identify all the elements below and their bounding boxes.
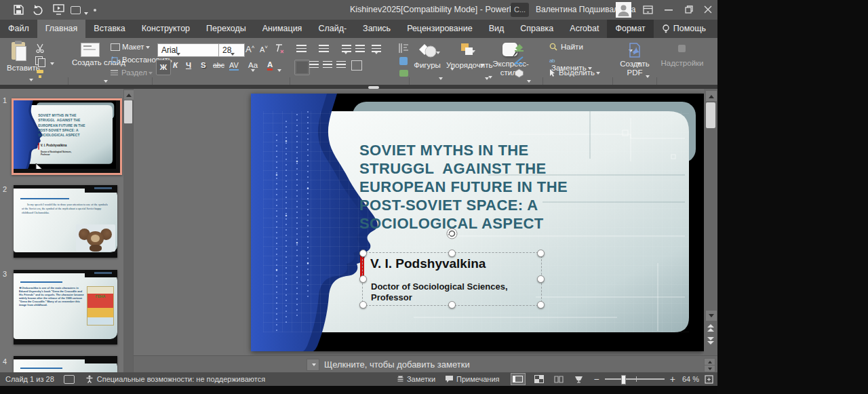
account-avatar[interactable] [616, 2, 631, 18]
find-button[interactable]: Найти [549, 43, 583, 51]
section-button[interactable]: Раздел [111, 68, 153, 77]
tab-acrobat[interactable]: Acrobat [561, 20, 607, 38]
addins-button[interactable]: Надстройки [659, 59, 705, 67]
help-button[interactable]: Помощь [654, 20, 714, 38]
slide-scrollbar[interactable] [704, 89, 717, 355]
tab-slideshow[interactable]: Слайд-шоу [310, 20, 355, 38]
quick-access-caret-icon[interactable] [84, 12, 88, 17]
format-painter-icon[interactable] [35, 69, 45, 79]
slide-title-text[interactable]: SOVIET MYTHS IN THE STRUGGL AGAINST THE … [359, 141, 571, 233]
tab-record[interactable]: Запись [355, 20, 399, 38]
slide-sorter-view-button[interactable] [535, 376, 543, 382]
notes-placeholder[interactable]: Щелкните, чтобы добавить заметки [324, 359, 470, 370]
zoom-level[interactable]: 64 % [682, 375, 699, 383]
scrollbar-thumb[interactable] [706, 102, 715, 128]
decrease-indent-icon[interactable] [342, 45, 351, 53]
new-slide-button[interactable]: Создать слайд [72, 41, 107, 80]
change-case-button[interactable]: Aa [248, 61, 258, 69]
tab-design[interactable]: Конструктор [134, 20, 198, 38]
align-right-button[interactable] [323, 61, 332, 69]
italic-button[interactable]: К [173, 61, 178, 69]
thumbnails-scroll-up-icon[interactable] [123, 90, 134, 100]
tab-shape-format[interactable]: Формат фигуры [607, 20, 653, 38]
selection-handle-bottom-left[interactable] [359, 301, 367, 309]
clear-formatting-icon[interactable] [274, 43, 285, 54]
ribbon-display-options-icon[interactable] [643, 5, 653, 14]
zoom-slider[interactable] [605, 378, 665, 380]
reading-view-button[interactable] [554, 376, 564, 383]
justify-button[interactable] [336, 61, 346, 69]
selection-handle-top-left[interactable] [359, 250, 367, 257]
select-button[interactable]: Выделить [549, 68, 600, 77]
zoom-slider-thumb[interactable] [621, 375, 626, 385]
comments-toggle-button[interactable]: Примечания [456, 375, 500, 383]
spacing-caret-icon[interactable] [251, 69, 255, 74]
theme-display-icon[interactable] [64, 375, 75, 384]
notes-toggle-button[interactable]: Заметки [407, 375, 435, 383]
tab-file[interactable]: Файл [0, 20, 37, 38]
selection-handle-top-right[interactable] [537, 250, 545, 257]
numbering-icon[interactable] [319, 45, 329, 53]
bullets-icon[interactable] [296, 45, 307, 53]
underline-button[interactable]: Ч [186, 61, 191, 69]
tab-home[interactable]: Главная [37, 20, 86, 38]
layout-button[interactable]: Макет [111, 43, 150, 51]
line-spacing-icon[interactable] [372, 45, 381, 53]
collapsed-search-button[interactable]: C... [511, 3, 529, 17]
paste-button[interactable]: Вставить [7, 41, 33, 80]
selection-handle-bottom-center[interactable] [448, 301, 456, 309]
slideshow-view-button[interactable] [574, 376, 583, 383]
character-spacing-button[interactable]: AV [229, 61, 239, 71]
arrange-button[interactable]: Упорядочить [446, 41, 488, 80]
scroll-down-icon[interactable] [705, 310, 717, 321]
tab-animations[interactable]: Анимация [254, 20, 311, 38]
normal-view-button[interactable] [511, 373, 526, 385]
selection-handle-bottom-right[interactable] [537, 301, 545, 309]
align-text-icon[interactable] [399, 57, 408, 65]
shape-fill-icon[interactable] [514, 43, 524, 52]
restore-window-icon[interactable] [685, 5, 693, 14]
notes-pane[interactable]: Щелкните, чтобы добавить заметки [134, 355, 717, 373]
zoom-out-button[interactable]: − [594, 374, 599, 385]
font-family-select[interactable]: Arial [157, 43, 220, 57]
save-icon[interactable] [14, 5, 24, 15]
slide-thumbnail-2[interactable]: In my speech I would like to draw your a… [14, 185, 117, 258]
tab-help-reference[interactable]: Справка [512, 20, 561, 38]
tab-transitions[interactable]: Переходы [198, 20, 254, 38]
undo-icon[interactable] [33, 4, 43, 15]
selection-handle-middle-right[interactable] [537, 275, 545, 283]
case-caret-icon[interactable] [277, 69, 281, 74]
tab-insert[interactable]: Вставка [85, 20, 133, 38]
font-size-select[interactable]: 28 [218, 43, 245, 57]
slide-thumbnail-4[interactable] [14, 356, 117, 372]
customize-qat-icon[interactable] [94, 9, 96, 12]
slide-thumbnail-1[interactable]: SOVIET MYTHS IN THE STRUGGL AGAINST THE … [12, 98, 122, 175]
zoom-in-button[interactable]: + [670, 374, 675, 385]
accessibility-status[interactable]: Специальные возможности: не поддерживают… [97, 375, 265, 383]
close-icon[interactable] [704, 5, 712, 14]
tab-review[interactable]: Рецензирование [399, 20, 481, 38]
strikethrough-button[interactable]: abc [213, 61, 224, 69]
quick-access-item-icon[interactable] [71, 6, 81, 14]
rotate-handle-icon[interactable] [446, 228, 458, 239]
next-slide-icon[interactable] [707, 336, 715, 345]
textbox-selection-outline[interactable] [362, 252, 542, 306]
selection-handle-top-center[interactable] [448, 250, 456, 257]
previous-slide-icon[interactable] [707, 323, 715, 333]
shape-outline-icon[interactable] [514, 56, 524, 64]
cut-icon[interactable] [35, 43, 45, 53]
shapes-button[interactable]: Фигуры [412, 41, 442, 80]
align-left-button[interactable] [294, 60, 310, 75]
notes-scroll-down-icon[interactable] [704, 365, 715, 372]
slide-canvas[interactable]: SOVIET MYTHS IN THE STRUGGL AGAINST THE … [251, 94, 704, 351]
increase-font-button[interactable]: А˄ [245, 44, 254, 54]
increase-indent-icon[interactable] [355, 45, 365, 53]
bold-button[interactable]: Ж [156, 60, 171, 75]
decrease-font-button[interactable]: А˅ [260, 44, 268, 54]
selection-handle-middle-left[interactable] [359, 275, 367, 283]
quick-styles-button[interactable]: Экспресс-стили [491, 41, 530, 80]
smartart-convert-icon[interactable] [399, 70, 408, 77]
create-pdf-button[interactable]: Создать PDF [616, 41, 654, 80]
text-shadow-button[interactable]: S [201, 61, 206, 69]
slide-thumbnail-3[interactable]: ❖Cheburashka is one of the main characte… [14, 270, 117, 344]
